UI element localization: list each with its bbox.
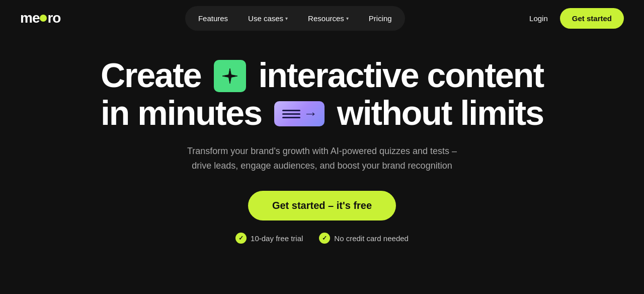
checkmark-icon: ✓ bbox=[235, 233, 247, 244]
navbar: mero Features Use cases ▾ Resources ▾ Pr… bbox=[0, 0, 644, 36]
nav-item-features[interactable]: Features bbox=[189, 10, 237, 27]
chevron-down-icon: ▾ bbox=[346, 16, 349, 21]
checkmark-icon: ✓ bbox=[319, 233, 330, 244]
trust-item-no-card: ✓ No credit card needed bbox=[319, 233, 409, 244]
logo-text: mero bbox=[20, 10, 60, 26]
nav-right: Login Get started bbox=[529, 8, 624, 29]
nav-item-resources[interactable]: Resources ▾ bbox=[299, 10, 358, 27]
sparkle-icon bbox=[214, 60, 246, 92]
nav-item-pricing[interactable]: Pricing bbox=[360, 10, 401, 27]
hero-headline: Create interactive content in minutes bbox=[101, 56, 543, 132]
nav-menu: Features Use cases ▾ Resources ▾ Pricing bbox=[185, 6, 405, 31]
svg-point-0 bbox=[228, 75, 231, 78]
hero-subtext: Transform your brand's growth with AI-po… bbox=[187, 144, 457, 173]
login-button[interactable]: Login bbox=[529, 14, 548, 23]
nav-item-use-cases[interactable]: Use cases ▾ bbox=[239, 10, 297, 27]
chevron-down-icon: ▾ bbox=[285, 16, 288, 21]
hero-cta-button[interactable]: Get started – it's free bbox=[248, 191, 396, 220]
brand-logo[interactable]: mero bbox=[20, 10, 60, 26]
arrow-icon: → bbox=[274, 101, 325, 126]
trust-item-trial: ✓ 10-day free trial bbox=[235, 233, 303, 244]
hero-section: Create interactive content in minutes bbox=[0, 36, 644, 244]
trust-indicators: ✓ 10-day free trial ✓ No credit card nee… bbox=[235, 233, 409, 244]
get-started-nav-button[interactable]: Get started bbox=[560, 8, 624, 29]
